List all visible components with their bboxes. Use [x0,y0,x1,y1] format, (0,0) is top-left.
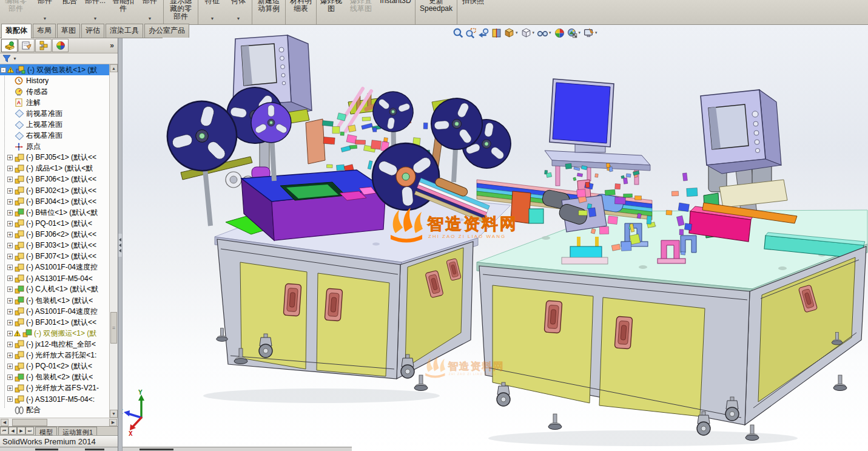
tab-渲染工具[interactable]: 渲染工具 [106,24,143,38]
display-style-icon[interactable] [520,27,533,39]
expand-box[interactable]: + [7,364,13,369]
ribbon-button-智能扣件[interactable]: 智能扣件 [109,0,137,21]
tree-item--PQ-012默认[interactable]: +(-) PQ-01<2> (默认< [0,361,118,372]
tree-item--AS1301F-M5-04[interactable]: +(-) AS1301F-M5-04< [0,273,118,284]
tree-item--BFJ021默认[interactable]: +(-) BFJ02<1> (默认<< [0,185,118,196]
tree-item-右视基准面[interactable]: 右视基准面 [0,131,118,141]
expand-box[interactable]: + [7,375,13,380]
scroll-right-arrow[interactable]: ▶ [109,419,117,426]
panel-splitter[interactable] [118,38,123,451]
expand-box[interactable]: + [7,210,13,215]
hide-show-items-icon[interactable] [536,27,549,39]
tree-item--BFJ031默认[interactable]: +(-) BFJ03<1> (默认<< [0,240,118,251]
scroll-thumb[interactable] [110,312,117,344]
motion-nav-button[interactable]: ⏭ [25,427,34,435]
tree-item-原点[interactable]: 原点 [0,141,118,152]
scroll-thumb-h[interactable] [12,419,47,426]
dropdown-caret[interactable]: ▼ [43,16,47,21]
view-settings-icon[interactable] [582,27,595,39]
tree-item--BFJ071默认[interactable]: +(-) BFJ07<1> (默认<< [0,251,118,262]
tree-item--BFJ041默认[interactable]: +(-) BFJ04<1> (默认<< [0,196,118,207]
ribbon-button-新建运动算例[interactable]: 新建运动算例 [253,0,284,21]
expand-box[interactable]: + [7,276,13,281]
expand-box[interactable]: + [7,177,13,182]
hide-show-items-dropdown-caret[interactable]: ▾ [549,30,551,35]
view-settings-dropdown-caret[interactable]: ▾ [595,30,597,35]
tree-item--BFJ062默认[interactable]: +(-) BFJ06<2> (默认<< [0,229,118,240]
expand-box[interactable]: + [7,331,13,336]
ribbon-button-何体[interactable]: 何体▼ [226,0,251,21]
ribbon-button-拍快照[interactable]: 拍快照 [458,0,488,21]
tree-filter-row[interactable]: ▼ [0,53,118,64]
expand-box[interactable]: + [7,265,13,270]
tab-评估[interactable]: 评估 [81,24,104,38]
dropdown-caret[interactable]: ▼ [210,16,215,21]
tree-item--jx12-电控柜_全部[interactable]: +(-) jx12-电控柜_全部< [0,339,118,350]
apply-scene-icon[interactable] [566,27,579,39]
tree-item--BFJ011默认[interactable]: +(-) BFJ01<1> (默认<< [0,317,118,328]
expand-box[interactable]: + [7,221,13,226]
ribbon-button-特征[interactable]: 特征▼ [199,0,226,21]
expand-box[interactable]: + [7,353,13,358]
expand-box[interactable]: + [7,243,13,248]
expand-box[interactable]: + [7,385,13,391]
tree-item--AS1001F-04速度控[interactable]: +(-) AS1001F-04速度控 [0,262,118,273]
panel-expand-button[interactable]: » [110,41,114,50]
panel-tab-configuration-manager[interactable] [35,39,52,52]
tree-item--AS1001F-04速度控[interactable]: +(-) AS1001F-04速度控 [0,306,118,317]
dropdown-caret[interactable]: ▼ [237,16,241,21]
expand-box[interactable]: + [7,254,13,259]
ribbon-button-显示隐藏的零部件[interactable]: 显示隐藏的零部件 [164,0,197,21]
tree-item--BFJ051默认[interactable]: +(-) BFJ05<1> (默认<< [0,152,118,163]
tree-item--光纤放大器FS-V21-[interactable]: +(-) 光纤放大器FS-V21- [0,383,118,394]
collapse-box[interactable]: - [1,67,6,73]
expand-box[interactable]: + [7,396,13,402]
expand-box[interactable]: + [7,155,13,160]
tree-item--包装机1默认[interactable]: +(-) 包装机<1> (默认< [0,295,118,306]
tree-item-上视基准面[interactable]: 上视基准面 [0,119,118,130]
ribbon-button-更新Speedpak[interactable]: 更新Speedpak [416,0,456,21]
scroll-down-arrow[interactable]: ▼ [110,410,118,418]
motion-nav-button[interactable]: ▶ [17,427,25,435]
tab-办公室产品[interactable]: 办公室产品 [144,24,189,38]
apply-scene-dropdown-caret[interactable]: ▾ [579,30,581,35]
motion-tab-模型[interactable]: 模型 [35,427,57,436]
tab-布局[interactable]: 布局 [33,24,56,38]
motion-nav-button[interactable]: ◀ [8,427,17,435]
tab-草图[interactable]: 草图 [57,24,80,38]
scroll-left-arrow[interactable]: ◀ [1,419,8,426]
display-style-dropdown-caret[interactable]: ▾ [533,30,535,35]
tree-item--B错位1默认默[interactable]: +(-) B错位<1> (默认<默 [0,207,118,218]
ribbon-button-部件[interactable]: 部件▼ [32,0,58,21]
motion-nav-button[interactable]: ⏮ [0,427,8,435]
tree-item--BFJ061默认[interactable]: +(-) BFJ06<1> (默认<< [0,174,118,185]
zoom-to-area-icon[interactable] [465,27,477,39]
previous-view-icon[interactable] [477,27,490,39]
tree-item-传感器[interactable]: 传感器 [0,86,118,97]
tree-item--光纤放大器托架1[interactable]: +(-) 光纤放大器托架<1: [0,350,118,361]
expand-box[interactable]: + [7,287,13,292]
expand-box[interactable]: + [7,342,13,347]
expand-box[interactable]: + [7,232,13,237]
tree-horizontal-scrollbar[interactable]: ◀ ▶ [0,418,118,427]
expand-box[interactable]: + [7,309,13,314]
zoom-to-fit-icon[interactable] [452,27,465,39]
filter-dropdown-caret[interactable]: ▼ [13,56,17,61]
expand-box[interactable]: + [7,199,13,205]
tree-vertical-scrollbar[interactable]: ▲ ▼ [109,64,118,418]
panel-tab-display-manager[interactable] [52,39,69,52]
tree-item--PQ-011默认[interactable]: +(-) PQ-01<1> (默认< [0,218,118,229]
tree-item-History[interactable]: History [0,75,118,86]
tree-item-前视基准面[interactable]: 前视基准面 [0,108,118,119]
view-orientation-dropdown-caret[interactable]: ▾ [516,30,518,35]
view-orientation-icon[interactable] [503,27,516,39]
panel-tab-featuremanager-tree[interactable] [1,39,18,52]
tree-item--包装机2默认[interactable]: +(-) 包装机<2> (默认< [0,372,118,383]
ribbon-button-爆炸视图[interactable]: 爆炸视图 [317,0,345,21]
tree-item-注解[interactable]: A注解 [0,97,118,108]
tree-item--AS1301F-M5-04[interactable]: +(-) AS1301F-M5-04<: [0,394,118,405]
expand-box[interactable]: + [7,166,13,171]
edit-appearance-icon[interactable] [553,27,566,39]
tree-item--成品1默认默[interactable]: +(-) 成品<1> (默认<默 [0,163,118,174]
splitter-grip[interactable] [118,234,122,257]
